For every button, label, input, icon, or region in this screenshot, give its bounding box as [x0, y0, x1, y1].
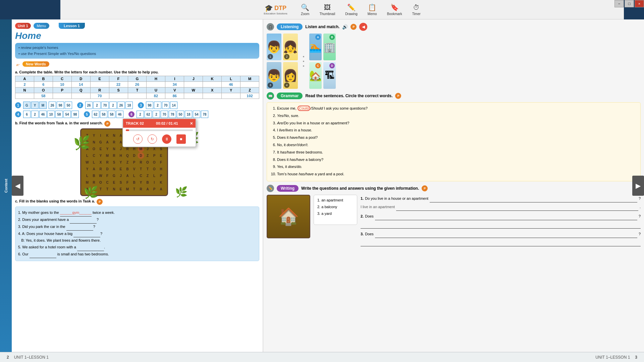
photo-house-d: 🏗 D: [323, 62, 336, 89]
word-list-item-1: 1. an apartment: [317, 197, 354, 204]
rewind-button[interactable]: ↺: [133, 134, 143, 144]
writing-a3: [361, 239, 641, 246]
page-header: Unit 1 Menu Lesson 1: [15, 23, 259, 29]
writing-header: ✏️ Writing Write the questions and answe…: [267, 185, 641, 192]
ws-row-6: LBWFGJALCZLP: [84, 172, 164, 179]
toolbar: 🎓 DTP Education Solutions 🔍 Zoom 🖼 Thumb…: [60, 0, 624, 19]
audio-close-button[interactable]: ×: [190, 121, 193, 126]
thumbnail-label: Thumbnail: [319, 12, 335, 16]
grammar-box: Excuse me, Could/Should I ask you some q…: [267, 102, 641, 181]
lettered-photos: 🏊 A 🏢 B 🏡 C 🏗 D: [309, 34, 336, 89]
progress-bar-bg: [126, 129, 193, 131]
memo-button[interactable]: 📋 Memo: [368, 3, 377, 16]
writing-a2: [361, 221, 641, 229]
content-sidebar[interactable]: Content: [0, 19, 12, 352]
ws-row-3: LCYMRHQDDZPE: [84, 152, 164, 159]
listening-section: 🎧 Listening Listen and match. 🔊 P ◀ 👦 1 …: [267, 23, 641, 89]
back-button[interactable]: ◀: [359, 23, 367, 31]
listening-header: 🎧 Listening Listen and match. 🔊 P ◀: [267, 23, 641, 31]
blank-2: 2. Does your apartment have a ?: [18, 217, 256, 224]
plant-bottom-right-icon: 🌿: [175, 186, 187, 198]
grammar-points-icon[interactable]: P: [395, 93, 401, 99]
q2-number: 2.: [361, 213, 364, 220]
thumbnail-button[interactable]: 🖼 Thumbnail: [319, 4, 335, 16]
divider: [303, 34, 304, 89]
ws-row-4: WLXRSYZPROOF: [84, 159, 164, 166]
grammar-item-1: Excuse me, Could/Should I ask you some q…: [277, 105, 636, 112]
menu-button[interactable]: Menu: [34, 23, 50, 29]
grammar-item-5: Does it have/has a pool?: [277, 134, 636, 141]
blank-4: 4. A: Does your house have a big ?: [18, 231, 256, 238]
listening-points-icon[interactable]: P: [351, 24, 357, 30]
bookmark-button[interactable]: 🔖 Bookmark: [387, 3, 402, 16]
next-page-button[interactable]: ▶: [632, 176, 644, 196]
forward-button[interactable]: ↻: [148, 134, 157, 144]
left-lesson-label: UNIT 1–LESSON 1: [14, 355, 49, 360]
thumbnail-icon: 🖼: [324, 4, 331, 11]
a2-line: [361, 221, 641, 229]
writing-word-list: 1. an apartment 2. a balcony 3. a yard: [314, 195, 357, 225]
q2-blank-line: [375, 213, 637, 220]
a3-line: [361, 239, 641, 246]
writing-q1: 1. Do you live in a house or an apartmen…: [361, 195, 641, 202]
grammar-item-3: Are/Do you live in a house or an apartme…: [277, 120, 636, 127]
writing-questions: 1. Do you live in a house or an apartmen…: [361, 195, 641, 246]
q1-number: 1.: [361, 195, 364, 202]
word-2: 2 26 2 70 2 26 18: [77, 102, 133, 109]
pause-button[interactable]: ⏸: [162, 134, 171, 144]
word-3: 3 98 2 70 14: [138, 102, 177, 109]
q1-blank-line: [430, 195, 637, 202]
zoom-icon: 🔍: [301, 3, 309, 11]
letter-number-row-1: 261014 2226 3446: [15, 82, 259, 87]
a1-line: [396, 203, 638, 211]
writing-instruction: Write the questions and answers using th…: [301, 186, 419, 191]
photo-person-4: 👩 4: [283, 62, 298, 89]
task-c-instruction: c. Fill in the blanks using the words in…: [15, 199, 95, 203]
points-c-icon[interactable]: P: [97, 199, 103, 205]
drawing-button[interactable]: ✏️ Drawing: [345, 3, 358, 16]
audio-time: 00:02 / 01:41: [156, 121, 178, 125]
grammar-icon: 📖: [267, 92, 274, 100]
grammar-instruction: Read the sentences. Circle the correct w…: [305, 94, 392, 98]
logo-text: DTP: [274, 5, 286, 12]
grammar-item-6: No, it doesn't/don't.: [277, 142, 636, 148]
q1-text: Do you live in a house or an apartment: [365, 195, 428, 202]
maximize-button[interactable]: □: [625, 0, 634, 7]
floor-plan-image: 🏠: [267, 195, 310, 238]
word-5: 5 62 58 58 46: [84, 111, 123, 118]
grammar-item-2: Yes/No, sure.: [277, 113, 636, 119]
letter-number-row-2: 58 7082 86102: [15, 93, 259, 99]
audio-controls: ↺ ↻ ⏸ ■: [123, 133, 196, 146]
word-6: 6 2 62 2 70 78 50 18 54 78: [128, 111, 208, 118]
objective-2: • use the Present Simple with Yes/No que…: [18, 51, 256, 57]
section-a-circle: A²: [15, 62, 20, 68]
minimize-button[interactable]: −: [614, 0, 624, 7]
grammar-list: Excuse me, Could/Should I ask you some q…: [271, 105, 636, 178]
audio-player: TRACK 02 00:02 / 01:41 × ↺ ↻ ⏸ ■: [122, 118, 196, 147]
timer-button[interactable]: ⏱ Timer: [412, 4, 421, 16]
letter-header-row-2: NOPQ RSTU VWXYZ: [15, 87, 259, 93]
writing-q3: 3. Does ?: [361, 230, 641, 238]
letter-table: ABCD EFGH IJKLM 261014 2226 3446 NOPQ RS…: [15, 76, 259, 99]
grammar-item-8: Does it has/have a balcony?: [277, 157, 636, 163]
task-a-instruction: a. Complete the table. Write the letters…: [15, 70, 259, 74]
blank-3: 3. Did you park the car in the ?: [18, 224, 256, 231]
timer-icon: ⏱: [413, 4, 420, 11]
word-list-item-2: 2. a balcony: [317, 204, 354, 210]
a1-text: I live in an apartment: [361, 203, 395, 210]
prev-page-button[interactable]: ◀: [12, 176, 23, 196]
audio-progress[interactable]: [123, 128, 196, 133]
blank-5: 5. We asked for a hotel room with a .: [18, 244, 256, 251]
left-page-number: 2: [7, 355, 9, 360]
stop-button[interactable]: ■: [176, 134, 186, 144]
writing-points-icon[interactable]: P: [422, 185, 428, 191]
zoom-button[interactable]: 🔍 Zoom: [301, 3, 310, 16]
close-button[interactable]: ×: [635, 0, 644, 7]
writing-content: 🏠 1. an apartment 2. a balcony 3. a yard…: [267, 195, 641, 246]
drawing-label: Drawing: [345, 12, 358, 16]
status-bar: 2 UNIT 1–LESSON 1 UNIT 1–LESSON 1 3: [0, 352, 644, 362]
plant-left-icon: 🌿: [73, 135, 90, 151]
points-b-icon[interactable]: P: [104, 121, 110, 127]
writing-a1: I live in an apartment .: [361, 203, 641, 211]
blank-1: 1. My mother goes to the ______gym______…: [18, 209, 256, 217]
